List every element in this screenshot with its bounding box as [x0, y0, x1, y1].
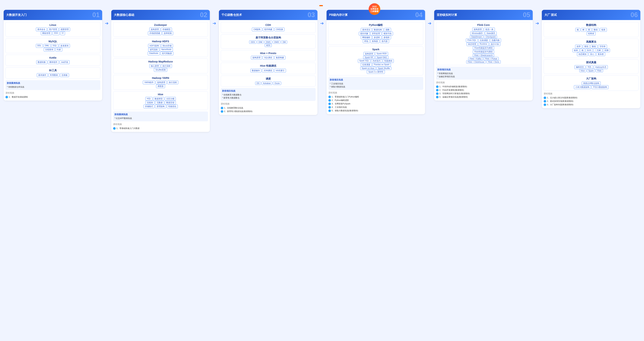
tag: 执行计划 — [489, 42, 500, 46]
tags-row: Flink + Elasticsearch — [438, 54, 529, 57]
tags-row: Flink + ClickHouseFlink + Doris — [438, 60, 529, 64]
col-number: 02 — [200, 12, 207, 18]
month-badge — [319, 5, 323, 6]
tag: 数组 — [592, 28, 599, 32]
tag: Hadoop生态 — [594, 65, 608, 69]
tag: 数据修补 — [250, 69, 261, 72]
video-item: 1、中间件&存储框架(敬请期待) — [436, 85, 531, 88]
tag: Spark 3.x 新特性 — [367, 70, 385, 74]
col-header-col5: 亚秒级实时计算 05 — [434, 10, 533, 20]
tag: 模块与包 — [382, 32, 393, 36]
tag: 队列 — [586, 48, 593, 52]
section-card: HiveHQL数据类型分区分桶拉链表元数据数据压缩存储格式原理架构性能优化 — [113, 91, 208, 110]
tag: 架构原理 — [364, 52, 374, 56]
tag: 任务调度 — [361, 63, 372, 67]
tag: DataStream — [470, 35, 484, 38]
col-number: 06 — [630, 12, 638, 18]
video-item-text: 1、在线教育数仓实战 — [224, 106, 243, 109]
tag: 读写流程 — [148, 48, 159, 52]
project-card: 阶段案例实战传统数据仓库实战 — [6, 80, 100, 90]
tag: 闭包 — [363, 39, 370, 43]
tag: Pandas on Spark — [372, 63, 391, 67]
tags-row: 存储格式原理架构性能优化 — [115, 104, 206, 108]
video-item: 4、工业项目实战 — [328, 106, 423, 109]
tags-row: 调度器 — [115, 84, 206, 88]
video-section-title: 课程视频 — [6, 92, 100, 94]
column-arrow: ➔ — [319, 21, 325, 26]
video-dot-icon — [544, 104, 546, 106]
tag: 多进程 — [372, 36, 381, 39]
tags-row: 排序查找数组字符串 — [545, 45, 637, 48]
section-card: Flink Core架构原理批流一体Window操作State操作DataStr… — [436, 22, 531, 65]
tag: ODS — [249, 40, 256, 44]
tag: ZK集群搭建 — [148, 31, 161, 35]
tag: 基本命令 — [36, 28, 47, 31]
tags-row: DataStreamCheckpoint — [438, 35, 529, 38]
tags-row: 架构原理SQL调优集群构建 — [222, 56, 314, 60]
tags-row: DataNode高可用集群 — [115, 52, 206, 56]
tags-row: Flink SQL任务调度负载均衡 — [438, 38, 529, 42]
tag: Hive — [579, 69, 586, 72]
columns-container: 大数据开发入门 01 Linux基本命令用户管理权限管理网络管理SSHVIMyS… — [4, 10, 640, 132]
video-item: 2、面试加强专项课(敬请期待) — [544, 100, 638, 103]
video-item: 2、Python编程进阶 — [328, 98, 423, 102]
tag: DWS — [264, 40, 272, 44]
video-dot-icon — [436, 96, 438, 98]
video-item-text: 3、大厂架构专题课(敬请期待) — [547, 103, 573, 106]
video-dot-icon — [436, 86, 438, 88]
video-dot-icon — [436, 89, 438, 92]
video-item-text: 1、零基础快速入门Python编程 — [332, 96, 359, 98]
tag: 内存迭代 — [371, 59, 382, 63]
tag: Block存储 — [161, 44, 173, 48]
section-title: 面试真题 — [545, 61, 637, 64]
tag: 多表查询 — [59, 44, 70, 48]
tag: 调度器 — [156, 84, 165, 88]
tag: 负载均衡 — [490, 38, 501, 42]
tag: Oozie — [273, 82, 281, 85]
tags-row: 架构原理批流一体 — [438, 28, 529, 31]
section-card: Zookeeper架构原理存储模型ZK集群搭建选举机制 — [113, 22, 208, 37]
video-item: 2、新零售大数据实战(敬请期待) — [221, 110, 316, 113]
video-item: 5、保险大数据实战(敬请期待) — [328, 109, 423, 112]
tag: 基本操作 — [37, 73, 48, 77]
tag: 复杂度 — [596, 52, 605, 56]
project-card: 阶段项目实战在线教育大数据数仓新零售大数据数仓 — [221, 88, 316, 101]
column-arrow: ➔ — [534, 21, 540, 26]
col-body-col1: Linux基本命令用户管理权限管理网络管理SSHVIMySQLDDLDMLDQL… — [4, 20, 102, 100]
section-title: Hive + Presto — [222, 52, 314, 55]
video-section: 课程视频1、在线教育数仓实战2、新零售大数据实战(敬请期待) — [221, 102, 316, 113]
video-dot-icon — [6, 96, 8, 98]
tags-row: 闭包装饰器迭代器 — [330, 39, 422, 43]
section-title: Kettle — [7, 56, 99, 59]
section-title: Hadoop YARN — [115, 76, 206, 80]
tag: 查找 — [583, 45, 590, 48]
tag: 原理架构 — [155, 104, 166, 108]
tag: ADS — [265, 44, 272, 47]
tag: 存储格式 — [144, 104, 154, 108]
tag: NameNode — [160, 48, 173, 52]
col-header-col6: 大厂 面试 06 — [542, 10, 640, 20]
tags-row: Spark 3.x 新特性 — [330, 70, 422, 74]
section-title: Spark — [330, 48, 422, 51]
tags-row: 哈希表 — [545, 32, 637, 36]
tags-row: 读写流程NameNode — [115, 48, 206, 52]
tag: 数据压缩 — [165, 101, 176, 104]
tag: 链表 — [572, 48, 579, 52]
tags-row: 基本命令用户管理权限管理 — [7, 28, 99, 31]
tag: Flink + Kafka — [468, 57, 483, 60]
video-item-text: 2、新零售大数据实战(敬请期待) — [224, 110, 252, 113]
video-item-text: 2、Flink开发课程(敬请期待) — [439, 89, 464, 92]
tag: VI — [60, 31, 65, 35]
tag: Flink性能监控与调优 — [473, 50, 494, 54]
section-card: 数据结构栈树图数组链表哈希表 — [544, 22, 638, 37]
section-title: Python编程 — [330, 24, 422, 27]
section-card: 高频算法排序查找数组字符串链表栈队列二叉树回溯动态规划贪心复杂度 — [544, 38, 638, 58]
video-item-text: 1、零基础快速入门大数据 — [116, 127, 140, 130]
tag: 异常处理 — [370, 32, 381, 36]
section-card: MySQLDDLDMLDQL多表查询分组查询约束 — [6, 38, 100, 53]
tag: State操作 — [485, 31, 497, 35]
video-dot-icon — [328, 96, 331, 98]
tag: HIVE索引 — [274, 69, 286, 72]
tag: Flink + Pulsar — [484, 57, 499, 60]
video-section-title: 课程视频 — [221, 102, 316, 106]
